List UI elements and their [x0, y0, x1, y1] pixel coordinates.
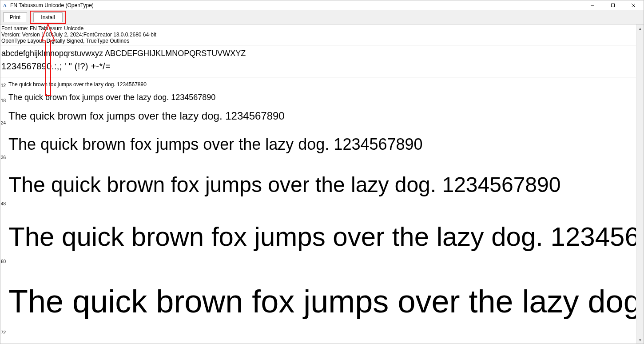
font-viewer-window: A FN Tabussum Unicode (OpenType) Print I… [0, 0, 644, 344]
size-label: 48 [0, 201, 8, 208]
size-label: 60 [0, 259, 8, 266]
vertical-scrollbar[interactable]: ▴ ▾ [636, 24, 644, 344]
digits-line: 1234567890.:,; ' " (!?) +-*/= [1, 59, 635, 73]
sample-text: The quick brown fox jumps over the lazy … [8, 90, 636, 105]
size-label: 12 [0, 83, 8, 90]
size-label: 24 [0, 120, 8, 127]
close-button[interactable] [623, 0, 644, 10]
sample-row: 72The quick brown fox jumps over the laz… [0, 266, 636, 337]
app-icon: A [2, 2, 8, 8]
sample-text: The quick brown fox jumps over the lazy … [8, 105, 636, 127]
window-controls [582, 0, 644, 10]
alphabet-line: abcdefghijklmnopqrstuvwxyz ABCDEFGHIJKLM… [1, 48, 635, 59]
sample-row: 24The quick brown fox jumps over the laz… [0, 105, 636, 127]
font-name-line: Font name: FN Tabussum Unicode [1, 25, 635, 32]
sample-list: 12The quick brown fox jumps over the laz… [0, 77, 636, 337]
sample-text: The quick brown fox jumps over the lazy … [8, 208, 636, 266]
font-layout-line: OpenType Layout, Digitally Signed, TrueT… [1, 38, 635, 44]
size-label: 72 [0, 330, 8, 337]
character-sample: abcdefghijklmnopqrstuvwxyz ABCDEFGHIJKLM… [0, 45, 636, 77]
size-label: 36 [0, 155, 8, 162]
minimize-button[interactable] [582, 0, 603, 10]
sample-row: 36The quick brown fox jumps over the laz… [0, 127, 636, 162]
sample-row: 18The quick brown fox jumps over the laz… [0, 90, 636, 105]
preview-content: Font name: FN Tabussum Unicode Version: … [0, 24, 636, 344]
font-version-line: Version: Version 1.00;July 2, 2024;FontC… [1, 32, 635, 38]
scroll-down-icon[interactable]: ▾ [636, 336, 644, 344]
titlebar: A FN Tabussum Unicode (OpenType) [0, 0, 644, 10]
size-label: 18 [0, 98, 8, 105]
window-title: FN Tabussum Unicode (OpenType) [10, 2, 94, 8]
toolbar: Print Install [0, 10, 644, 24]
svg-rect-2 [612, 4, 615, 7]
sample-row: 12The quick brown fox jumps over the laz… [0, 79, 636, 90]
svg-text:A: A [3, 3, 7, 8]
content-area: Font name: FN Tabussum Unicode Version: … [0, 24, 644, 344]
sample-text: The quick brown fox jumps over the lazy … [8, 162, 636, 208]
install-button[interactable]: Install [33, 12, 63, 22]
maximize-button[interactable] [603, 0, 623, 10]
sample-text: The quick brown fox jumps over the lazy … [8, 266, 636, 337]
sample-text: The quick brown fox jumps over the lazy … [8, 79, 636, 90]
sample-row: 60The quick brown fox jumps over the laz… [0, 208, 636, 266]
sample-text: The quick brown fox jumps over the lazy … [8, 127, 636, 162]
sample-row: 48The quick brown fox jumps over the laz… [0, 162, 636, 208]
scroll-up-icon[interactable]: ▴ [636, 24, 644, 32]
font-metadata: Font name: FN Tabussum Unicode Version: … [0, 24, 636, 45]
print-button[interactable]: Print [3, 12, 27, 22]
